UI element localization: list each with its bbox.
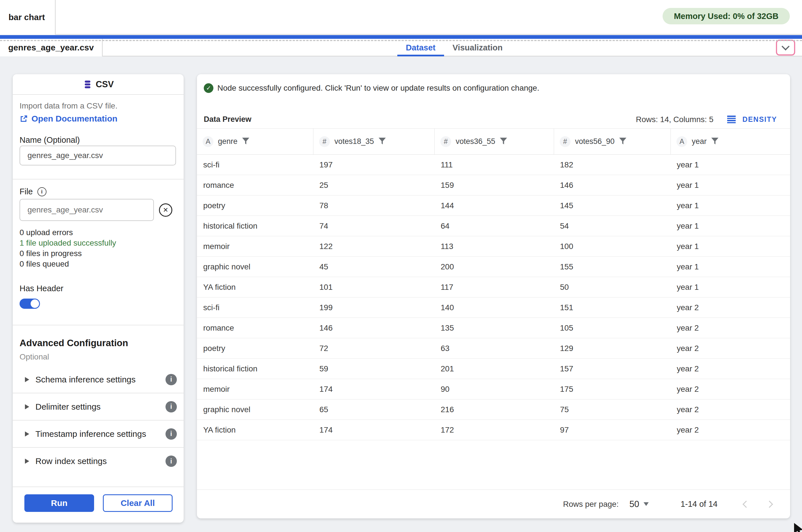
node-status-message: Node successfully configured. Click 'Run… <box>204 83 539 93</box>
table-cell: YA fiction <box>197 420 313 440</box>
advanced-section-label: Row index settings <box>35 456 107 466</box>
advanced-section-timestamp-inference-settings[interactable]: Timestamp inference settings <box>13 420 184 448</box>
file-field-label-row: File <box>20 187 46 196</box>
density-button[interactable]: DENSITY <box>743 115 777 124</box>
section-divider <box>13 179 184 179</box>
table-cell: year 1 <box>671 236 790 256</box>
column-header-votes36_55: #votes36_55 <box>434 129 554 154</box>
success-check-icon <box>204 83 213 93</box>
filter-icon[interactable] <box>242 138 249 146</box>
table-cell: 75 <box>554 399 671 420</box>
table-cell: 54 <box>554 216 671 236</box>
top-bar: bar chart Memory Used: 0% of 32GB <box>0 0 802 35</box>
tab-visualization[interactable]: Visualization <box>444 39 511 56</box>
name-field-label: Name (Optional) <box>20 135 80 145</box>
table-cell: 65 <box>313 399 434 420</box>
table-header-row: Agenre#votes18_35#votes36_55#votes56_90A… <box>197 129 790 155</box>
toggle-knob <box>31 300 39 308</box>
table-cell: 72 <box>313 338 434 358</box>
run-button[interactable]: Run <box>24 494 94 512</box>
table-cell: year 1 <box>671 277 790 297</box>
rows-per-page-select[interactable]: 50 <box>629 499 649 509</box>
table-cell: historical fiction <box>197 216 313 236</box>
has-header-toggle[interactable] <box>20 299 40 309</box>
table-cell: 113 <box>434 236 554 256</box>
advanced-section-row-index-settings[interactable]: Row index settings <box>13 448 184 475</box>
status-text: Node successfully configured. Click 'Run… <box>217 83 539 93</box>
open-documentation-link[interactable]: Open Documentation <box>20 114 117 124</box>
filter-icon[interactable] <box>500 138 507 146</box>
chevron-down-icon <box>782 42 789 51</box>
remove-file-button[interactable] <box>159 203 172 217</box>
info-icon[interactable] <box>166 428 177 440</box>
section-divider <box>13 325 184 325</box>
filter-icon[interactable] <box>711 138 719 146</box>
filter-icon[interactable] <box>619 138 627 146</box>
preview-controls: Rows: 14, Columns: 5 DENSITY <box>636 115 777 124</box>
column-type-badge: # <box>319 136 330 147</box>
table-cell: 159 <box>434 175 554 195</box>
table-footer: Rows per page: 50 1-14 of 14 <box>197 490 790 518</box>
advanced-sections: Schema inference settingsDelimiter setti… <box>13 366 184 475</box>
table-cell: year 2 <box>671 359 790 379</box>
table-cell: memoir <box>197 236 313 256</box>
rows-columns-summary: Rows: 14, Columns: 5 <box>636 115 713 124</box>
advanced-config-subtitle: Optional <box>20 353 49 361</box>
table-row: YA fiction17417297year 2 <box>197 420 790 440</box>
dropdown-caret-icon <box>644 502 649 506</box>
name-input[interactable] <box>20 146 176 166</box>
file-input[interactable] <box>20 199 154 221</box>
info-icon[interactable] <box>166 401 177 413</box>
table-row: graphic novel6521675year 2 <box>197 399 790 420</box>
table-row: sci-fi197111182year 1 <box>197 155 790 175</box>
table-cell: historical fiction <box>197 359 313 379</box>
doc-link-label: Open Documentation <box>32 114 117 124</box>
node-tab[interactable]: genres_age_year.csv <box>0 39 102 56</box>
column-name: votes18_35 <box>334 137 374 146</box>
table-cell: graphic novel <box>197 256 313 277</box>
table-cell: 140 <box>434 298 554 318</box>
document-title: bar chart <box>8 13 45 22</box>
document-tab[interactable]: bar chart <box>0 0 56 35</box>
collapse-panel-button[interactable] <box>776 40 795 56</box>
info-icon[interactable] <box>166 374 177 385</box>
table-cell: 172 <box>434 420 554 440</box>
table-row: memoir17490175year 2 <box>197 379 790 399</box>
filter-icon[interactable] <box>379 138 386 146</box>
table-cell: romance <box>197 318 313 338</box>
table-cell: 122 <box>313 236 434 256</box>
table-cell: poetry <box>197 195 313 215</box>
table-row: romance146135105year 2 <box>197 318 790 338</box>
table-cell: year 2 <box>671 298 790 318</box>
table-cell: 197 <box>313 155 434 175</box>
table-cell: memoir <box>197 379 313 399</box>
external-link-icon <box>20 114 28 123</box>
previous-page-button[interactable] <box>743 500 750 508</box>
rows-per-page-value: 50 <box>629 499 639 509</box>
upload-status-line: 0 upload errors <box>20 227 116 238</box>
data-preview-title: Data Preview <box>204 115 251 124</box>
clear-all-button[interactable]: Clear All <box>103 494 173 512</box>
mouse-cursor <box>794 523 802 532</box>
table-cell: 201 <box>434 359 554 379</box>
node-type-label: CSV <box>96 79 114 90</box>
density-icon[interactable] <box>727 116 736 123</box>
table-cell: sci-fi <box>197 298 313 318</box>
view-tabs: DatasetVisualization <box>397 39 511 56</box>
info-icon[interactable] <box>37 187 46 196</box>
table-cell: 100 <box>554 236 671 256</box>
column-type-badge: # <box>441 136 451 147</box>
info-icon[interactable] <box>166 456 177 467</box>
table-row: poetry78144145year 1 <box>197 195 790 216</box>
tab-dataset[interactable]: Dataset <box>397 39 444 56</box>
table-cell: year 2 <box>671 318 790 338</box>
table-cell: graphic novel <box>197 399 313 420</box>
table-cell: year 1 <box>671 155 790 175</box>
table-row: historical fiction746454year 1 <box>197 216 790 236</box>
column-type-badge: # <box>560 136 571 147</box>
data-preview-header: Data Preview Rows: 14, Columns: 5 DENSIT… <box>197 111 790 129</box>
advanced-section-delimiter-settings[interactable]: Delimiter settings <box>13 393 184 420</box>
advanced-section-schema-inference-settings[interactable]: Schema inference settings <box>13 366 184 393</box>
tab-strip: genres_age_year.csv DatasetVisualization <box>0 39 802 56</box>
next-page-button[interactable] <box>766 500 773 508</box>
